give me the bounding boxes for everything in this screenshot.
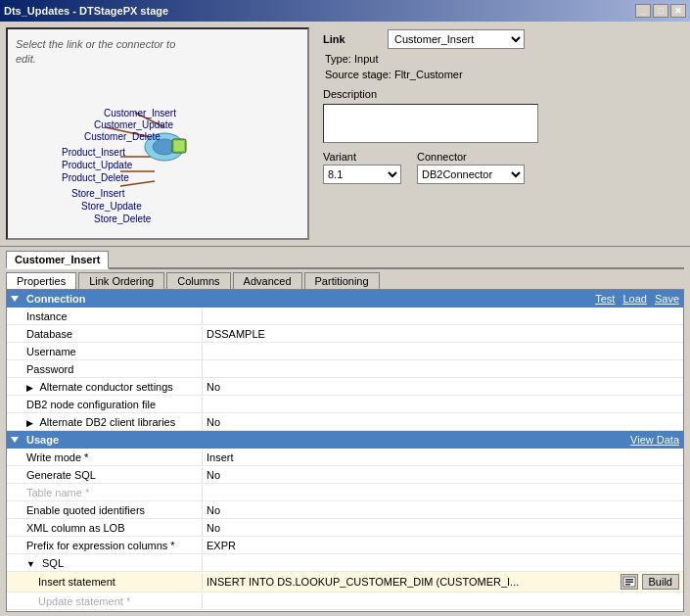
link-panel: Link Customer_Insert Type: Input Source … bbox=[315, 22, 690, 246]
prop-password: Password bbox=[7, 360, 683, 378]
top-tab-header: Customer_Insert bbox=[6, 247, 684, 269]
node-customer-delete: Customer_Delete bbox=[84, 131, 161, 142]
connector-group: Connector DB2Connector bbox=[417, 151, 525, 184]
prop-insert-value[interactable]: INSERT INTO DS.LOOKUP_CUSTOMER_DIM (CUST… bbox=[207, 576, 617, 588]
description-textarea[interactable] bbox=[323, 104, 538, 143]
inner-tabs: Properties Link Ordering Columns Advance… bbox=[0, 269, 690, 289]
sql-browse-icon[interactable] bbox=[621, 574, 638, 590]
svg-rect-12 bbox=[625, 584, 630, 586]
connector-label: Connector bbox=[417, 151, 525, 163]
diagram-area[interactable]: Select the link or the connector to edit… bbox=[6, 27, 309, 240]
node-customer-update: Customer_Update bbox=[94, 119, 173, 130]
prop-xml-lob-value[interactable]: No bbox=[203, 520, 683, 536]
usage-label: Usage bbox=[26, 434, 59, 446]
prop-alt-db2-libs: ▶ Alternate DB2 client libraries No bbox=[7, 413, 683, 431]
tab-customer-insert[interactable]: Customer_Insert bbox=[6, 251, 109, 269]
usage-collapse-icon[interactable] bbox=[11, 437, 19, 443]
prop-sql-parent: ▼ SQL bbox=[7, 554, 683, 572]
link-row: Link Customer_Insert bbox=[323, 29, 682, 49]
type-value: Input bbox=[354, 53, 378, 65]
tab-columns[interactable]: Columns bbox=[166, 272, 230, 289]
save-link[interactable]: Save bbox=[655, 293, 679, 305]
node-store-update: Store_Update bbox=[81, 201, 142, 212]
variant-select[interactable]: 8.1 bbox=[323, 165, 401, 184]
svg-rect-8 bbox=[174, 141, 184, 151]
window-title: Dts_Updates - DTStagePX stage bbox=[4, 5, 168, 17]
tab-advanced[interactable]: Advanced bbox=[233, 272, 302, 289]
prop-xml-lob-name: XML column as LOB bbox=[7, 520, 203, 536]
prop-db2-node-config-name: DB2 node configuration file bbox=[7, 397, 203, 412]
prop-generate-sql-value[interactable]: No bbox=[203, 467, 683, 483]
prop-sql-parent-value bbox=[203, 561, 683, 565]
node-customer-insert: Customer_Insert bbox=[104, 108, 176, 118]
usage-title: Usage bbox=[11, 434, 59, 446]
svg-rect-10 bbox=[625, 579, 633, 581]
prop-write-mode: Write mode * Insert bbox=[7, 449, 683, 466]
diagram-canvas: Select the link or the connector to edit… bbox=[8, 29, 307, 238]
prop-expr-prefix-name: Prefix for expression columns * bbox=[7, 538, 203, 553]
prop-username: Username bbox=[7, 343, 683, 360]
view-data-link[interactable]: View Data bbox=[630, 434, 679, 446]
tab-container: Customer_Insert bbox=[0, 247, 690, 269]
node-product-delete: Product_Delete bbox=[62, 172, 129, 183]
prop-db2-node-config-value[interactable] bbox=[203, 403, 683, 406]
prop-quoted-identifiers-value[interactable]: No bbox=[203, 502, 683, 518]
prop-generate-sql-name: Generate SQL bbox=[7, 467, 203, 483]
expand-conductor-icon[interactable]: ▶ bbox=[26, 383, 33, 393]
connection-section-header: Connection Test Load Save bbox=[7, 290, 683, 308]
close-button[interactable]: ✕ bbox=[670, 4, 686, 18]
test-link[interactable]: Test bbox=[595, 293, 615, 305]
top-section: Select the link or the connector to edit… bbox=[0, 22, 690, 247]
main-window: Select the link or the connector to edit… bbox=[0, 22, 690, 616]
build-button[interactable]: Build bbox=[642, 574, 679, 590]
prop-alt-db2-libs-value[interactable]: No bbox=[203, 414, 683, 430]
properties-content: Connection Test Load Save Instance Datab… bbox=[6, 289, 684, 612]
prop-insert-statement: Insert statement INSERT INTO DS.LOOKUP_C… bbox=[7, 572, 683, 592]
node-product-insert: Product_Insert bbox=[62, 147, 125, 158]
maximize-button[interactable]: □ bbox=[653, 4, 668, 18]
prop-database: Database DSSAMPLE bbox=[7, 325, 683, 343]
connection-title: Connection bbox=[11, 293, 86, 305]
tab-properties[interactable]: Properties bbox=[6, 272, 76, 289]
prop-sql-parent-name: ▼ SQL bbox=[7, 555, 203, 571]
prop-instance-value[interactable] bbox=[203, 314, 683, 318]
prop-alt-db2-libs-name: ▶ Alternate DB2 client libraries bbox=[7, 414, 203, 430]
source-label: Source stage: bbox=[325, 69, 391, 80]
prop-update-value[interactable] bbox=[203, 599, 683, 603]
connector-select[interactable]: DB2Connector bbox=[417, 165, 525, 184]
prop-table-name-name: Table name * bbox=[7, 485, 203, 500]
prop-alt-conductor-value[interactable]: No bbox=[203, 379, 683, 395]
prop-password-name: Password bbox=[7, 361, 203, 377]
prop-generate-sql: Generate SQL No bbox=[7, 466, 683, 484]
source-value: Fltr_Customer bbox=[394, 69, 463, 80]
title-controls[interactable]: _ □ ✕ bbox=[635, 4, 686, 18]
prop-username-value[interactable] bbox=[203, 350, 683, 354]
link-source-info: Source stage: Fltr_Customer bbox=[325, 69, 682, 80]
expand-db2libs-icon[interactable]: ▶ bbox=[26, 418, 33, 428]
tab-link-ordering[interactable]: Link Ordering bbox=[78, 272, 164, 289]
prop-xml-lob: XML column as LOB No bbox=[7, 519, 683, 537]
link-select[interactable]: Customer_Insert bbox=[388, 29, 525, 49]
description-label: Description bbox=[323, 88, 682, 100]
link-type-info: Type: Input bbox=[325, 53, 682, 65]
load-link[interactable]: Load bbox=[622, 293, 646, 305]
minimize-button[interactable]: _ bbox=[635, 4, 651, 18]
prop-quoted-identifiers: Enable quoted identifiers No bbox=[7, 501, 683, 519]
prop-write-mode-value[interactable]: Insert bbox=[203, 450, 683, 465]
prop-update-statement: Update statement * bbox=[7, 592, 683, 610]
prop-database-name: Database bbox=[7, 326, 203, 342]
prop-instance: Instance bbox=[7, 308, 683, 325]
connection-collapse-icon[interactable] bbox=[11, 296, 19, 302]
link-label: Link bbox=[323, 33, 382, 45]
tab-partitioning[interactable]: Partitioning bbox=[304, 272, 380, 289]
expand-sql-icon[interactable]: ▼ bbox=[26, 559, 35, 569]
prop-db2-node-config: DB2 node configuration file bbox=[7, 396, 683, 413]
usage-actions: View Data bbox=[630, 434, 679, 446]
prop-database-value[interactable]: DSSAMPLE bbox=[203, 326, 683, 342]
usage-section-header: Usage View Data bbox=[7, 431, 683, 449]
prop-table-name-value[interactable] bbox=[203, 491, 683, 495]
prop-expr-prefix-value[interactable]: EXPR bbox=[203, 538, 683, 553]
node-product-update: Product_Update bbox=[62, 160, 132, 170]
prop-password-value[interactable] bbox=[203, 367, 683, 371]
prop-table-name: Table name * bbox=[7, 484, 683, 501]
